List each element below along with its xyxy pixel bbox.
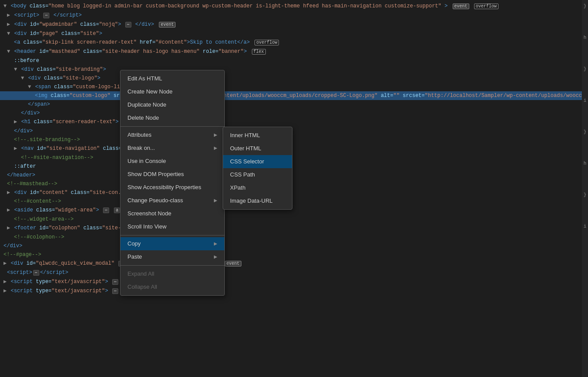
dom-line-32[interactable]: ▶ <script type="text/javascript"> ⋯ xyxy=(0,277,588,287)
copy-css-path[interactable]: CSS Path xyxy=(223,168,292,181)
menu-item-screenshot-node[interactable]: Screenshot Node xyxy=(120,207,224,220)
menu-item-show-dom-properties[interactable]: Show DOM Properties xyxy=(120,168,224,181)
menu-item-edit-as-html[interactable]: Edit As HTML xyxy=(120,72,224,85)
submenu-arrow-paste: ▶ xyxy=(214,252,217,261)
overflow-badge: overflow xyxy=(474,3,499,9)
dom-line-2[interactable]: ▶ <script> ⋯ </script> xyxy=(0,11,588,20)
dom-line-11[interactable]: <img class="custom-logo" src="http://loc… xyxy=(0,91,588,100)
dom-line-20[interactable]: </header> xyxy=(0,171,588,180)
dom-line-4[interactable]: ▼ <div id="page" class="site"> xyxy=(0,29,588,38)
dom-line-1[interactable]: ▼ <body class="home blog logged-in admin… xyxy=(0,2,588,11)
dom-line-27[interactable]: <!--#colophon--> xyxy=(0,233,588,242)
dom-panel: ▼ <body class="home blog logged-in admin… xyxy=(0,0,588,377)
dom-line-30[interactable]: ▶ <div id="qlwcdc_quick_view_modal" ⋯ do… xyxy=(0,259,588,268)
menu-separator-2 xyxy=(120,235,224,235)
menu-item-create-new-node[interactable]: Create New Node xyxy=(120,85,224,98)
menu-item-show-accessibility-properties[interactable]: Show Accessibility Properties xyxy=(120,181,224,194)
expand-icon: ▼ xyxy=(3,3,7,9)
menu-item-duplicate-node[interactable]: Duplicate Node xyxy=(120,98,224,111)
submenu-arrow-copy: ▶ xyxy=(214,239,217,248)
dom-line-17[interactable]: ▶ <nav id="site-navigation" class=⋯ aria… xyxy=(0,144,588,153)
submenu-arrow-pseudo: ▶ xyxy=(214,196,217,205)
dom-line-23[interactable]: <!--#content--> xyxy=(0,197,588,206)
menu-item-change-pseudo-class[interactable]: Change Pseudo-class ▶ xyxy=(120,194,224,207)
dom-line-29[interactable]: <!--#page--> xyxy=(0,250,588,259)
dom-line-26[interactable]: ▶ <footer id="colophon" class="site-... … xyxy=(0,224,588,233)
dom-line-14[interactable]: ▶ <h1 class="screen-reader-text"> ⋯ xyxy=(0,118,588,127)
menu-item-delete-node[interactable]: Delete Node xyxy=(120,111,224,125)
event-badge: event xyxy=(453,3,469,9)
dom-line-24[interactable]: ▶ <aside class="widget-area"> ⋯ a xyxy=(0,206,588,215)
copy-image-data-url[interactable]: Image Data-URL xyxy=(223,194,292,208)
copy-submenu: Inner HTML Outer HTML CSS Selector CSS P… xyxy=(223,127,292,210)
dom-line-16[interactable]: <!--.site-branding--> xyxy=(0,135,588,144)
dom-line-28[interactable]: </div> xyxy=(0,242,588,250)
dom-line-18[interactable]: <!--#site-navigation--> xyxy=(0,153,588,162)
dom-line-19[interactable]: ::after xyxy=(0,162,588,171)
copy-inner-html[interactable]: Inner HTML xyxy=(223,129,292,142)
dom-line-5[interactable]: <a class="skip-link screen-reader-text" … xyxy=(0,38,588,47)
right-panel: } h } i } h } i xyxy=(582,0,588,377)
dom-line-22[interactable]: ▶ <div id="content" class="site-con... xyxy=(0,188,588,197)
dom-line-15[interactable]: </div> xyxy=(0,127,588,135)
menu-item-attributes[interactable]: Attributes ▶ xyxy=(120,128,224,142)
copy-css-selector[interactable]: CSS Selector xyxy=(223,155,292,168)
menu-item-copy[interactable]: Copy ▶ xyxy=(120,237,224,250)
context-menu: Edit As HTML Create New Node Duplicate N… xyxy=(120,70,225,296)
dom-line-12[interactable]: </span> xyxy=(0,100,588,109)
submenu-arrow-attributes: ▶ xyxy=(214,131,217,139)
menu-item-use-in-console[interactable]: Use in Console xyxy=(120,155,224,168)
menu-item-break-on[interactable]: Break on... ▶ xyxy=(120,142,224,155)
dom-line-13[interactable]: </div> xyxy=(0,109,588,118)
menu-item-expand-all: Expand All xyxy=(120,267,224,280)
dom-line-25[interactable]: <!--.widget-area--> xyxy=(0,215,588,224)
menu-separator-3 xyxy=(120,265,224,266)
dom-line-9[interactable]: ▼ <div class="site-logo"> xyxy=(0,74,588,83)
dom-line-7[interactable]: ::before xyxy=(0,56,588,65)
dom-line-10[interactable]: ▼ <span class="custom-logo-link"> xyxy=(0,83,588,91)
menu-separator-1 xyxy=(120,126,224,127)
submenu-arrow-break-on: ▶ xyxy=(214,144,217,152)
dom-line-3[interactable]: ▶ <div id="wpadminbar" class="nojq"> ⋯ <… xyxy=(0,20,588,29)
dom-line-6[interactable]: ▼ <header id="masthead" class="site-head… xyxy=(0,47,588,56)
dom-line-21[interactable]: <!--#masthead--> xyxy=(0,180,588,188)
copy-outer-html[interactable]: Outer HTML xyxy=(223,142,292,155)
dom-line-8[interactable]: ▼ <div class="site-branding"> xyxy=(0,65,588,74)
dom-line-33[interactable]: ▶ <script type="text/javascript"> ⋯ xyxy=(0,287,588,296)
menu-item-paste[interactable]: Paste ▶ xyxy=(120,250,224,263)
copy-xpath[interactable]: XPath xyxy=(223,181,292,194)
menu-item-collapse-all: Collapse All xyxy=(120,280,224,294)
dom-line-31[interactable]: <script>⋯</script> xyxy=(0,268,588,277)
menu-item-scroll-into-view[interactable]: Scroll Into View xyxy=(120,220,224,233)
